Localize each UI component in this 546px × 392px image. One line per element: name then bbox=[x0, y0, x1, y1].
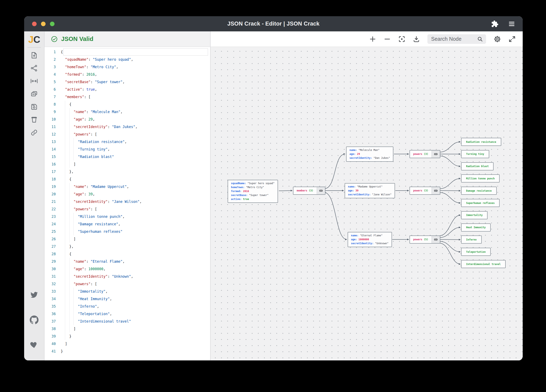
center-focus-button[interactable] bbox=[398, 36, 405, 43]
code-line[interactable]: 13 "Radiation resistance", bbox=[45, 138, 210, 145]
code-line[interactable]: 40 ] bbox=[45, 340, 210, 348]
power-leaf-node[interactable]: Damage resistance bbox=[461, 187, 497, 195]
code-line[interactable]: 24 "Damage resistance", bbox=[45, 220, 210, 228]
close-button[interactable] bbox=[32, 22, 37, 26]
download-image-button[interactable] bbox=[413, 36, 420, 43]
code-line[interactable]: 36 "Teleportation", bbox=[45, 310, 210, 318]
node-label: members (3) bbox=[293, 187, 317, 194]
code-line[interactable]: 28 { bbox=[45, 250, 210, 258]
graph-pane: squadName: "Super hero squad"homeTown: "… bbox=[211, 32, 523, 360]
line-number: 36 bbox=[45, 310, 59, 318]
search-icon[interactable] bbox=[477, 36, 483, 42]
code-line[interactable]: 5 "secretBase": "Super tower", bbox=[45, 78, 210, 86]
code-line[interactable]: 41} bbox=[45, 348, 210, 355]
code-line[interactable]: 2 "squadName": "Super hero squad", bbox=[45, 56, 210, 63]
power-leaf-node[interactable]: Immortality bbox=[461, 211, 488, 219]
code-line[interactable]: 7 "members": [ bbox=[45, 93, 210, 101]
search-node-input[interactable] bbox=[431, 36, 477, 42]
github-icon bbox=[30, 315, 39, 324]
code-line[interactable]: 39 } bbox=[45, 333, 210, 340]
code-text: { bbox=[61, 250, 71, 258]
power-leaf-node[interactable]: Radiation resistance bbox=[461, 138, 501, 146]
share-nodes-button[interactable] bbox=[27, 62, 41, 74]
collapse-link-button[interactable] bbox=[432, 151, 440, 158]
new-document-button[interactable] bbox=[27, 50, 41, 61]
extension-puzzle-icon[interactable] bbox=[491, 20, 499, 28]
settings-button[interactable] bbox=[494, 35, 501, 43]
code-line[interactable]: 37 "Interdimensional travel" bbox=[45, 318, 210, 325]
code-line[interactable]: 3 "homeTown": "Metro City", bbox=[45, 63, 210, 71]
code-line[interactable]: 17 }, bbox=[45, 168, 210, 175]
sponsor-button[interactable] bbox=[27, 339, 41, 351]
indent-guide bbox=[65, 265, 65, 273]
code-line[interactable]: 31 "secretIdentity": "Unknown", bbox=[45, 273, 210, 280]
code-line[interactable]: 34 "Heat Immunity", bbox=[45, 295, 210, 303]
zoom-button[interactable] bbox=[50, 22, 54, 26]
download-icon bbox=[413, 36, 420, 43]
menu-icon[interactable] bbox=[508, 20, 516, 27]
code-line[interactable]: 25 "Superhuman reflexes" bbox=[45, 228, 210, 235]
code-line[interactable]: 32 "powers": [ bbox=[45, 280, 210, 288]
collapse-link-button[interactable] bbox=[317, 187, 325, 194]
powers-array-node[interactable]: powers (3) bbox=[410, 187, 440, 195]
code-line[interactable]: 27 }, bbox=[45, 243, 210, 250]
code-line[interactable]: 22 "powers": [ bbox=[45, 205, 210, 213]
code-line[interactable]: 18 { bbox=[45, 175, 210, 183]
power-leaf-node[interactable]: Heat Immunity bbox=[461, 223, 491, 232]
collapse-link-button[interactable] bbox=[432, 187, 440, 194]
code-line[interactable]: 19 "name": "Madame Uppercut", bbox=[45, 183, 210, 190]
root-object-node[interactable]: squadName: "Super hero squad"homeTown: "… bbox=[228, 180, 278, 203]
power-leaf-node[interactable]: Superhuman reflexes bbox=[461, 199, 500, 207]
zoom-in-button[interactable] bbox=[369, 36, 376, 43]
code-line[interactable]: 8 { bbox=[45, 101, 210, 108]
member-object-node[interactable]: name: "Madame Uppercut"age: 39secretIden… bbox=[344, 183, 395, 198]
power-leaf-node[interactable]: Million tonne punch bbox=[461, 174, 500, 183]
code-text: "Million tonne punch", bbox=[61, 213, 125, 220]
powers-array-node[interactable]: powers (3) bbox=[410, 150, 440, 158]
power-leaf-node[interactable]: Inferno bbox=[461, 235, 482, 244]
delete-button[interactable] bbox=[27, 114, 41, 126]
fullscreen-button[interactable] bbox=[508, 36, 516, 43]
minimize-button[interactable] bbox=[41, 22, 46, 26]
power-leaf-node[interactable]: Radiation blast bbox=[461, 162, 494, 171]
code-line[interactable]: 16 ] bbox=[45, 160, 210, 168]
twitter-button[interactable] bbox=[27, 289, 41, 301]
graph-canvas[interactable]: squadName: "Super hero squad"homeTown: "… bbox=[211, 47, 523, 360]
member-object-node[interactable]: name: "Molecule Man"age: 29secretIdentit… bbox=[346, 146, 393, 162]
code-line[interactable]: 6 "active": true, bbox=[45, 86, 210, 93]
code-line[interactable]: 21 "secretIdentity": "Jane Wilson", bbox=[45, 198, 210, 205]
members-array-node[interactable]: members (3) bbox=[293, 187, 325, 195]
code-line[interactable]: 14 "Turning tiny", bbox=[45, 145, 210, 153]
code-line[interactable]: 9 "name": "Molecule Man", bbox=[45, 108, 210, 116]
code-line[interactable]: 10 "age": 29, bbox=[45, 116, 210, 123]
app-logo[interactable]: JC bbox=[28, 35, 40, 44]
search-node-box bbox=[427, 34, 486, 44]
code-line[interactable]: 33 "Immortality", bbox=[45, 288, 210, 295]
code-line[interactable]: 23 "Million tonne punch", bbox=[45, 213, 210, 220]
github-button[interactable] bbox=[27, 314, 41, 326]
fold-nodes-button[interactable] bbox=[27, 75, 41, 87]
code-line[interactable]: 26 ] bbox=[45, 235, 210, 243]
power-leaf-node[interactable]: Turning tiny bbox=[461, 150, 489, 158]
code-line[interactable]: 4 "formed": 2016, bbox=[45, 71, 210, 78]
member-object-node[interactable]: name: "Eternal Flame"age: 1000000secretI… bbox=[348, 232, 392, 247]
code-line[interactable]: 11 "secretIdentity": "Dan Jukes", bbox=[45, 123, 210, 131]
code-line[interactable]: 15 "Radiation blast" bbox=[45, 153, 210, 160]
code-line[interactable]: 30 "age": 1000000, bbox=[45, 265, 210, 273]
save-button[interactable] bbox=[27, 101, 41, 113]
zoom-out-button[interactable] bbox=[384, 36, 391, 43]
collapse-link-button[interactable] bbox=[432, 236, 440, 243]
copy-button[interactable] bbox=[27, 88, 41, 100]
copy-link-button[interactable] bbox=[27, 127, 41, 139]
code-line[interactable]: 12 "powers": [ bbox=[45, 131, 210, 138]
code-line[interactable]: 20 "age": 39, bbox=[45, 190, 210, 198]
power-leaf-node[interactable]: Interdimensional travel bbox=[461, 260, 506, 268]
indent-guide bbox=[73, 228, 74, 235]
code-line[interactable]: 35 "Inferno", bbox=[45, 303, 210, 310]
powers-array-node[interactable]: powers (5) bbox=[410, 235, 440, 244]
power-leaf-node[interactable]: Teleportation bbox=[461, 248, 491, 256]
code-line[interactable]: 29 "name": "Eternal Flame", bbox=[45, 258, 210, 265]
code-editor[interactable]: 1{2 "squadName": "Super hero squad",3 "h… bbox=[45, 47, 210, 360]
code-line[interactable]: 1{ bbox=[45, 48, 210, 56]
code-line[interactable]: 38 ] bbox=[45, 325, 210, 333]
